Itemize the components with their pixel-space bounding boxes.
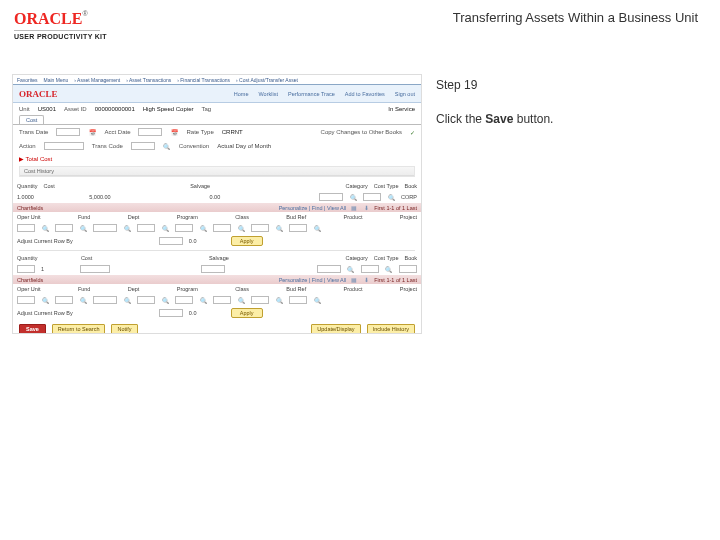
ss-conv-label: Convention (179, 143, 209, 149)
ss-adjust2-input[interactable] (159, 309, 183, 317)
ss-budref-label2: Bud Ref (286, 286, 306, 292)
notify-button[interactable]: Notify (111, 324, 137, 334)
ss-signout-link[interactable]: Sign out (395, 91, 415, 97)
return-to-search-button[interactable]: Return to Search (52, 324, 106, 334)
calendar-icon[interactable]: 📅 (88, 128, 96, 136)
download-icon[interactable]: ⬇ (362, 204, 370, 212)
ss-budref2-input[interactable] (213, 296, 231, 304)
ss-trans-date-label: Trans Date (19, 129, 48, 135)
lookup-icon[interactable]: 🔍 (41, 224, 49, 232)
ss-grid-nav-2[interactable]: Personalize | Find | View All (279, 277, 347, 283)
ss-favorites-link[interactable]: Favorites (17, 77, 38, 83)
ss-operunit2-input[interactable] (17, 296, 35, 304)
ss-product1-input[interactable] (251, 224, 269, 232)
download-icon[interactable]: ⬇ (362, 276, 370, 284)
lookup-icon[interactable]: 🔍 (237, 224, 245, 232)
lookup-icon[interactable]: 🔍 (347, 265, 355, 273)
ss-chartfields-label2: Chartfields (17, 277, 43, 283)
lookup-icon[interactable]: 🔍 (313, 224, 321, 232)
ss-fund-label2: Fund (78, 286, 91, 292)
ss-key-line: Unit US001 Asset ID 000000000001 High Sp… (13, 103, 421, 115)
ss-dept1-input[interactable] (93, 224, 117, 232)
ss-rate-value: CRRNT (222, 129, 243, 135)
ss-adjust1-input[interactable] (159, 237, 183, 245)
lookup-icon[interactable]: 🔍 (199, 296, 207, 304)
ss-salvage1-value: 0.00 (210, 194, 221, 200)
ss-grid-nav-1[interactable]: Personalize | Find | View All (279, 205, 347, 211)
ss-project1-input[interactable] (289, 224, 307, 232)
ss-qty2-input[interactable] (17, 265, 35, 273)
ss-copy-check[interactable]: ✓ (410, 129, 415, 136)
ss-fund1-input[interactable] (55, 224, 73, 232)
lookup-icon[interactable]: 🔍 (275, 296, 283, 304)
lookup-icon[interactable]: 🔍 (387, 193, 395, 201)
lookup-icon[interactable]: 🔍 (163, 142, 171, 150)
include-history-button[interactable]: Include History (367, 324, 415, 334)
lookup-icon[interactable]: 🔍 (123, 296, 131, 304)
ss-action-select[interactable] (44, 142, 84, 150)
ss-apply2-button[interactable]: Apply (231, 308, 263, 318)
ss-apply1-button[interactable]: Apply (231, 236, 263, 246)
lookup-icon[interactable]: 🔍 (161, 296, 169, 304)
ss-acct-date-input[interactable] (138, 128, 162, 136)
lookup-icon[interactable]: 🔍 (349, 193, 357, 201)
logo-separator (14, 30, 100, 31)
ss-tab-cost[interactable]: Cost (19, 115, 44, 124)
ss-total-cost-link[interactable]: ▶ Total Cost (13, 153, 58, 164)
ss-assetid-label: Asset ID (64, 106, 87, 112)
update-display-button[interactable]: Update/Display (311, 324, 360, 334)
ss-operunit1-input[interactable] (17, 224, 35, 232)
ss-qty2-value: 1 (41, 266, 44, 272)
lookup-icon[interactable]: 🔍 (79, 224, 87, 232)
ss-costtype2-input[interactable] (361, 265, 379, 273)
embedded-screenshot: Favorites Main Menu › Asset Management ›… (12, 74, 422, 334)
ss-addfav-link[interactable]: Add to Favorites (345, 91, 385, 97)
lookup-icon[interactable]: 🔍 (313, 296, 321, 304)
ss-cost-row1: Quantity Cost Salvage Category Cost Type… (13, 181, 421, 191)
lookup-icon[interactable]: 🔍 (237, 296, 245, 304)
lookup-icon[interactable]: 🔍 (41, 296, 49, 304)
ss-fund2-input[interactable] (55, 296, 73, 304)
ss-button-row: Save Return to Search Notify Update/Disp… (13, 320, 421, 334)
grid-icon[interactable]: ▦ (350, 276, 358, 284)
lookup-icon[interactable]: 🔍 (385, 265, 393, 273)
logo-tm: ® (82, 10, 87, 17)
ss-costtype1-input[interactable] (363, 193, 381, 201)
page-title: Transferring Assets Within a Business Un… (453, 10, 704, 25)
ss-home-link[interactable]: Home (234, 91, 249, 97)
save-button[interactable]: Save (19, 324, 46, 334)
ss-transcode-input[interactable] (131, 142, 155, 150)
ss-cost2-input[interactable] (80, 265, 110, 273)
ss-book2-input[interactable] (399, 265, 417, 273)
ss-trans-date-input[interactable] (56, 128, 80, 136)
ss-product2-input[interactable] (251, 296, 269, 304)
ss-class-label2: Class (235, 286, 249, 292)
grid-icon[interactable]: ▦ (350, 204, 358, 212)
lookup-icon[interactable]: 🔍 (199, 224, 207, 232)
ss-class1-input[interactable] (175, 224, 193, 232)
ss-category2-input[interactable] (317, 265, 341, 273)
ss-budref1-input[interactable] (213, 224, 231, 232)
ss-project2-input[interactable] (289, 296, 307, 304)
ss-program1-input[interactable] (137, 224, 155, 232)
ss-dept2-input[interactable] (93, 296, 117, 304)
ss-salvage2-input[interactable] (201, 265, 225, 273)
ss-copy-label: Copy Changes to Other Books (321, 129, 402, 135)
lookup-icon[interactable]: 🔍 (79, 296, 87, 304)
ss-costtype-label2: Cost Type (374, 255, 399, 261)
ss-worklist-link[interactable]: Worklist (259, 91, 278, 97)
ss-category-label: Category (345, 183, 367, 189)
calendar-icon[interactable]: 📅 (170, 128, 178, 136)
ss-fund-label: Fund (78, 214, 91, 220)
lookup-icon[interactable]: 🔍 (123, 224, 131, 232)
ss-asset-desc: High Speed Copier (143, 106, 194, 112)
ss-perf-link[interactable]: Performance Trace (288, 91, 335, 97)
ss-crumb-3: › Financial Transactions (177, 77, 230, 83)
lookup-icon[interactable]: 🔍 (161, 224, 169, 232)
ss-crumb-4: › Cost Adjust/Transfer Asset (236, 77, 298, 83)
ss-program2-input[interactable] (137, 296, 155, 304)
lookup-icon[interactable]: 🔍 (275, 224, 283, 232)
ss-mainmenu-link[interactable]: Main Menu (44, 77, 69, 83)
ss-class2-input[interactable] (175, 296, 193, 304)
ss-category1-input[interactable] (319, 193, 343, 201)
